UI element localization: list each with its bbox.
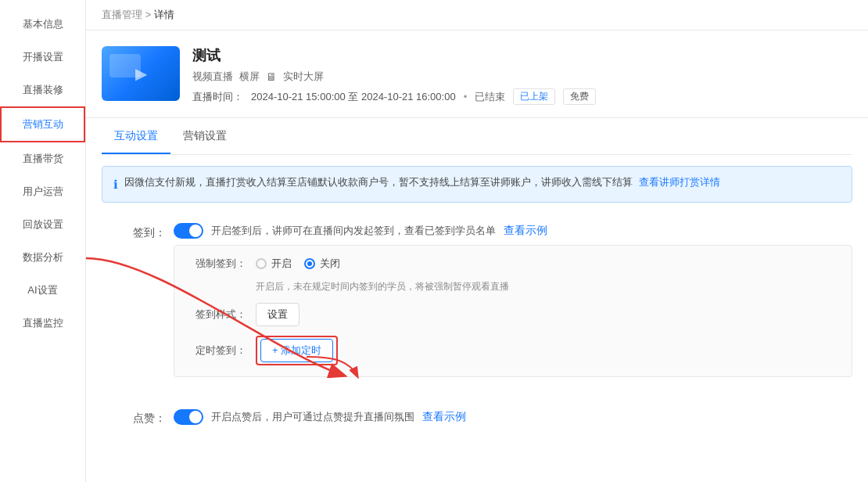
sign-in-example-link[interactable]: 查看示例 — [504, 224, 547, 238]
force-disable-radio[interactable] — [304, 258, 315, 269]
force-enable-label: 开启 — [271, 257, 292, 271]
breadcrumb-current: 详情 — [154, 9, 174, 20]
content-area: 互动设置 营销设置 ℹ 因微信支付新规，直播打赏收入结算至店铺默认收款商户号，暂… — [86, 118, 868, 482]
sign-in-label: 签到： — [109, 223, 166, 240]
timed-sign-in-label: 定时签到： — [190, 344, 246, 358]
sidebar-item-replay[interactable]: 回放设置 — [0, 208, 85, 241]
breadcrumb-separator: > — [145, 9, 152, 20]
timed-sign-in-row: 定时签到： + 添加定时 — [190, 336, 836, 365]
sidebar-item-broadcast[interactable]: 开播设置 — [0, 41, 85, 74]
sign-in-toggle[interactable] — [174, 223, 203, 239]
force-sign-in-radio-group: 开启 关闭 — [256, 257, 340, 271]
sign-in-toggle-row: 开启签到后，讲师可在直播间内发起签到，查看已签到学员名单 查看示例 — [174, 223, 852, 239]
tab-marketing[interactable]: 营销设置 — [170, 118, 239, 154]
sidebar-item-monitor[interactable]: 直播监控 — [0, 307, 85, 340]
dot-separator: • — [464, 91, 468, 103]
sign-in-style-label: 签到样式： — [190, 308, 246, 322]
orientation-label: 横屏 — [239, 70, 260, 84]
status-listed: 已上架 — [513, 88, 555, 105]
screen-icon: 🖥 — [266, 70, 277, 83]
tab-interaction[interactable]: 互动设置 — [102, 118, 170, 154]
sign-in-section: 签到： 开启签到后，讲师可在直播间内发起签到，查看已签到学员名单 查看示例 强制… — [102, 214, 852, 399]
breadcrumb-parent[interactable]: 直播管理 — [102, 9, 142, 20]
sign-in-style-row: 签到样式： 设置 — [190, 303, 836, 326]
thumbnail — [102, 46, 180, 101]
video-live-label: 视频直播 — [192, 70, 233, 84]
force-sign-in-label: 强制签到： — [190, 257, 246, 271]
force-sign-in-hint: 开启后，未在规定时间内签到的学员，将被强制暂停观看直播 — [256, 280, 836, 293]
praise-example-link[interactable]: 查看示例 — [422, 410, 466, 424]
header-meta: 视频直播 横屏 🖥 实时大屏 — [192, 70, 852, 84]
sidebar: 基本信息 开播设置 直播装修 营销互动 直播带货 用户运营 回放设置 数据分析 … — [0, 0, 86, 482]
praise-toggle[interactable] — [174, 409, 203, 425]
timed-sign-in-wrapper: + 添加定时 — [256, 336, 338, 365]
sidebar-item-basic[interactable]: 基本信息 — [0, 8, 85, 41]
header-time: 直播时间： 2024-10-21 15:00:00 至 2024-10-21 1… — [192, 88, 852, 105]
notice-banner: ℹ 因微信支付新规，直播打赏收入结算至店铺默认收款商户号，暂不支持线上结算至讲师… — [102, 166, 852, 203]
breadcrumb: 直播管理 > 详情 — [86, 0, 868, 31]
force-disable-label: 关闭 — [320, 257, 340, 271]
sidebar-item-users[interactable]: 用户运营 — [0, 175, 85, 208]
force-sign-in-row: 强制签到： 开启 关闭 — [190, 257, 836, 271]
praise-label: 点赞： — [109, 408, 166, 426]
header-info: 测试 视频直播 横屏 🖥 实时大屏 直播时间： 2024-10-21 15:00… — [192, 46, 852, 105]
sign-in-style-button[interactable]: 设置 — [256, 303, 299, 326]
sidebar-item-ai[interactable]: AI设置 — [0, 274, 85, 307]
force-enable-option[interactable]: 开启 — [256, 257, 292, 271]
status-ended: 已结束 — [475, 90, 505, 104]
time-label: 直播时间： — [192, 90, 243, 104]
sign-in-content: 开启签到后，讲师可在直播间内发起签到，查看已签到学员名单 查看示例 强制签到： — [174, 223, 852, 377]
add-timed-sign-in-button[interactable]: + 添加定时 — [260, 339, 333, 362]
realtime-screen-label: 实时大屏 — [283, 70, 324, 84]
time-range: 2024-10-21 15:00:00 至 2024-10-21 16:00:0… — [251, 90, 456, 104]
info-icon: ℹ — [113, 175, 118, 194]
sidebar-item-decoration[interactable]: 直播装修 — [0, 74, 85, 106]
sidebar-item-analytics[interactable]: 数据分析 — [0, 241, 85, 274]
praise-row: 点赞： 开启点赞后，用户可通过点赞提升直播间氛围 查看示例 — [102, 399, 852, 426]
sidebar-item-ecommerce[interactable]: 直播带货 — [0, 142, 85, 175]
force-enable-radio[interactable] — [256, 258, 267, 269]
force-disable-option[interactable]: 关闭 — [304, 257, 340, 271]
tabs: 互动设置 营销设置 — [102, 118, 852, 155]
main-content: 直播管理 > 详情 测试 视频直播 横屏 🖥 实时大屏 直播时间： 2024-1… — [86, 0, 868, 482]
notice-text: 因微信支付新规，直播打赏收入结算至店铺默认收款商户号，暂不支持线上结算至讲师账户… — [124, 174, 633, 191]
sign-in-desc: 开启签到后，讲师可在直播间内发起签到，查看已签到学员名单 — [211, 224, 496, 238]
sign-in-row: 签到： 开启签到后，讲师可在直播间内发起签到，查看已签到学员名单 查看示例 强制… — [102, 223, 852, 377]
timed-sign-in-highlight: + 添加定时 — [256, 336, 338, 365]
header-card: 测试 视频直播 横屏 🖥 实时大屏 直播时间： 2024-10-21 15:00… — [86, 31, 868, 118]
sign-in-sub-box: 强制签到： 开启 关闭 — [174, 245, 852, 377]
notice-link[interactable]: 查看讲师打赏详情 — [639, 174, 720, 191]
live-title: 测试 — [192, 46, 852, 65]
praise-desc: 开启点赞后，用户可通过点赞提升直播间氛围 — [211, 410, 414, 424]
status-free: 免费 — [563, 88, 596, 105]
sidebar-item-marketing[interactable]: 营销互动 — [0, 106, 85, 142]
